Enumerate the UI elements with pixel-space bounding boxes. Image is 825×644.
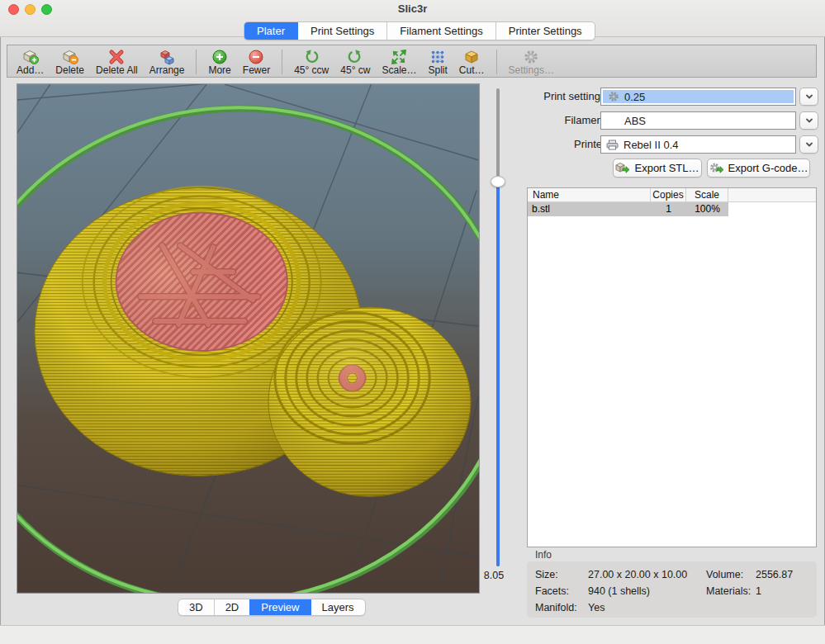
row-copies: 1 — [651, 202, 686, 216]
print-settings-dropdown-button[interactable] — [799, 88, 818, 106]
export-gcode-button[interactable]: Export G-code… — [707, 159, 810, 178]
column-header-scale[interactable]: Scale — [686, 188, 728, 201]
split-icon — [429, 48, 446, 65]
filament-dropdown-button[interactable] — [799, 111, 818, 130]
arrange-button[interactable]: Arrange — [144, 48, 191, 76]
window-title: Slic3r — [0, 0, 825, 18]
scale-button[interactable]: Scale… — [376, 48, 422, 76]
info-panel: Size: 27.00 x 20.00 x 10.00 Volume: 2556… — [527, 561, 817, 618]
facets-label: Facets: — [535, 585, 569, 597]
printer-icon — [606, 140, 619, 150]
manifold-label: Manifold: — [535, 602, 577, 613]
size-value: 27.00 x 20.00 x 10.00 — [588, 569, 687, 580]
rotate-ccw-button-label: 45° ccw — [294, 65, 329, 76]
export-stl-icon — [615, 162, 630, 174]
scale-icon — [391, 48, 407, 65]
print-settings-label: Print settings: — [519, 88, 609, 106]
rotate-ccw-icon — [303, 48, 320, 65]
fewer-icon — [248, 48, 264, 65]
object-small-dome — [268, 307, 471, 496]
main-tab-bar: Plater Print Settings Filament Settings … — [244, 21, 595, 40]
rotate-cw-button-label: 45° cw — [340, 65, 370, 76]
arrange-button-label: Arrange — [149, 65, 185, 76]
column-header-name[interactable]: Name — [528, 188, 651, 201]
tab-layers[interactable]: Layers — [311, 599, 365, 615]
layer-slider-thumb[interactable] — [491, 176, 505, 187]
view-tab-bar: 3D 2D Preview Layers — [178, 599, 366, 616]
delete-all-button-label: Delete All — [96, 65, 138, 76]
settings-gear-icon — [523, 48, 539, 65]
column-header-copies[interactable]: Copies — [651, 188, 686, 201]
cut-button[interactable]: Cut… — [453, 48, 491, 76]
rotate-ccw-button[interactable]: 45° ccw — [288, 48, 334, 76]
toolbar-separator — [282, 50, 282, 74]
volume-value: 2556.87 — [756, 569, 793, 580]
objects-table-header: Name Copies Scale — [528, 188, 816, 202]
preview-3d-canvas[interactable] — [17, 83, 480, 594]
rotate-cw-icon — [347, 48, 363, 65]
export-gcode-label: Export G-code… — [728, 162, 808, 174]
settings-button[interactable]: Settings… — [503, 48, 560, 76]
tab-2d[interactable]: 2D — [214, 599, 250, 615]
gear-icon — [608, 91, 619, 102]
printer-value: Rebel II 0.4 — [623, 139, 679, 151]
volume-label: Volume: — [706, 569, 743, 580]
printer-label: Printer: — [519, 135, 609, 154]
split-button-label: Split — [428, 65, 447, 76]
delete-button[interactable]: Delete — [50, 48, 90, 76]
printer-combo[interactable]: Rebel II 0.4 — [600, 135, 796, 154]
arrange-icon — [158, 48, 176, 65]
more-button[interactable]: More — [202, 48, 236, 76]
fewer-button-label: Fewer — [243, 65, 270, 76]
materials-label: Materials: — [706, 585, 751, 597]
settings-button-label: Settings… — [509, 65, 554, 76]
add-button[interactable]: Add… — [11, 48, 50, 76]
objects-table: Name Copies Scale b.stl 1 100% — [527, 187, 817, 547]
tab-3d[interactable]: 3D — [178, 599, 214, 615]
filament-value: ABS — [624, 115, 646, 127]
size-label: Size: — [535, 569, 558, 580]
plater-toolbar: Add… Delete Delete All — [7, 45, 817, 78]
print-settings-value: 0.25 — [624, 91, 645, 103]
chevron-down-icon — [804, 92, 814, 102]
row-name: b.stl — [528, 202, 651, 216]
layer-height-value: 8.05 — [478, 570, 510, 581]
facets-value: 940 (1 shells) — [588, 585, 650, 597]
cut-icon — [463, 48, 480, 65]
manifold-value: Yes — [588, 602, 605, 613]
tab-filament-settings[interactable]: Filament Settings — [386, 22, 495, 40]
delete-object-icon — [61, 48, 79, 65]
more-button-label: More — [208, 65, 230, 76]
tab-printer-settings[interactable]: Printer Settings — [495, 22, 595, 40]
cut-button-label: Cut… — [459, 65, 485, 76]
materials-value: 1 — [756, 585, 761, 597]
table-row[interactable]: b.stl 1 100% — [528, 202, 816, 216]
delete-button-label: Delete — [55, 65, 84, 76]
delete-all-button[interactable]: Delete All — [90, 48, 144, 76]
window-bottom-strip — [0, 625, 825, 644]
layer-slider-track[interactable] — [496, 88, 500, 566]
rotate-cw-button[interactable]: 45° cw — [334, 48, 376, 76]
row-scale: 100% — [686, 202, 728, 216]
filament-label: Filament: — [519, 111, 609, 130]
fewer-button[interactable]: Fewer — [237, 48, 276, 76]
filament-combo[interactable]: ABS — [600, 111, 796, 130]
export-stl-label: Export STL… — [634, 162, 699, 174]
split-button[interactable]: Split — [422, 48, 453, 76]
more-icon — [211, 48, 228, 65]
layer-slider-fill — [496, 182, 500, 566]
delete-all-icon — [108, 48, 125, 65]
info-panel-title: Info — [535, 549, 552, 561]
scale-button-label: Scale… — [382, 65, 416, 76]
slic3r-window: { "window": { "title": "Slic3r" }, "main… — [0, 0, 825, 644]
print-settings-combo[interactable]: 0.25 — [600, 88, 796, 106]
tab-preview[interactable]: Preview — [249, 599, 310, 615]
tab-print-settings[interactable]: Print Settings — [297, 22, 386, 40]
toolbar-separator — [196, 50, 197, 74]
export-stl-button[interactable]: Export STL… — [613, 159, 702, 178]
tab-plater[interactable]: Plater — [244, 22, 297, 40]
add-object-icon — [21, 48, 40, 65]
printer-dropdown-button[interactable] — [799, 135, 818, 154]
chevron-down-icon — [804, 140, 814, 149]
export-gcode-icon — [709, 162, 724, 174]
